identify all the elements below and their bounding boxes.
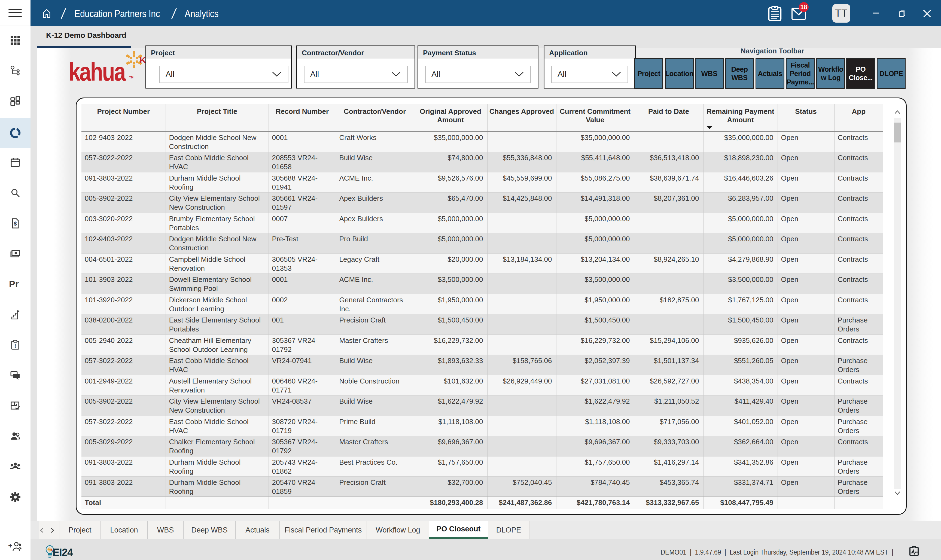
svg-text:$: $ xyxy=(14,221,17,227)
svg-text:!: ! xyxy=(14,343,16,349)
svg-text:+: + xyxy=(8,542,12,550)
